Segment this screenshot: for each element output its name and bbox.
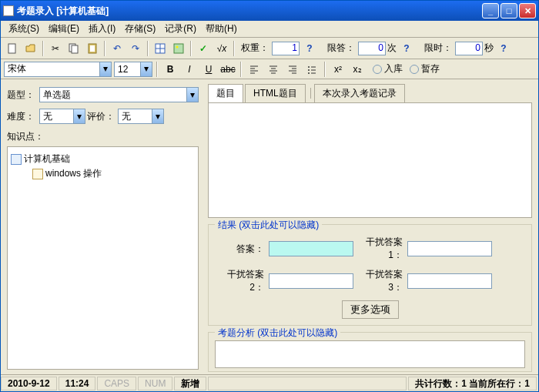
store-radio[interactable] (373, 65, 382, 74)
tab-bar: 题目 HTML题目 本次录入考题记录 (208, 84, 532, 102)
paste-icon[interactable] (84, 40, 101, 57)
separator (42, 41, 44, 56)
status-num: NUM (138, 377, 172, 390)
minimize-button[interactable]: _ (482, 3, 499, 18)
svg-rect-2 (72, 45, 78, 53)
redo-icon[interactable]: ↷ (127, 40, 144, 57)
image-icon[interactable] (170, 40, 187, 57)
menu-insert[interactable]: 插入(I) (84, 21, 120, 37)
menu-save[interactable]: 存储(S) (120, 21, 160, 37)
analysis-caption[interactable]: 考题分析 (双击此处可以隐藏) (215, 327, 340, 340)
tab-history[interactable]: 本次录入考题记录 (314, 84, 405, 102)
menu-help[interactable]: 帮助(H) (201, 21, 242, 37)
help-time-icon[interactable]: ? (495, 40, 512, 57)
align-center-icon[interactable] (265, 61, 282, 78)
svg-rect-0 (8, 44, 15, 53)
maximize-button[interactable]: □ (500, 3, 517, 18)
app-window: 考题录入 [计算机基础] _ □ ✕ 系统(S) 编辑(E) 插入(I) 存储(… (0, 0, 539, 392)
copy-icon[interactable] (65, 40, 82, 57)
cut-icon[interactable]: ✂ (47, 40, 64, 57)
right-panel: 题目 HTML题目 本次录入考题记录 结果 (双击此处可以隐藏) 答案： 干扰答… (205, 79, 538, 374)
close-button[interactable]: ✕ (519, 3, 536, 18)
difficulty-value: 无 (40, 109, 52, 123)
size-value: 12 (118, 64, 128, 75)
tree-child-label: windows 操作 (45, 167, 102, 180)
new-icon[interactable] (4, 40, 21, 57)
check-icon[interactable]: ✓ (195, 40, 212, 57)
status-bar: 2010-9-12 11:24 CAPS NUM 新增 共计行数：1 当前所在行… (1, 374, 538, 391)
bullet-icon[interactable] (303, 61, 320, 78)
tab-html[interactable]: HTML题目 (245, 84, 306, 102)
grid-icon[interactable] (152, 40, 169, 57)
temp-label: 暂存 (421, 62, 440, 75)
tab-question[interactable]: 题目 (208, 84, 243, 102)
title-bar: 考题录入 [计算机基础] _ □ ✕ (1, 1, 538, 21)
font-value: 宋体 (8, 62, 26, 75)
knowledge-label: 知识点： (7, 130, 199, 143)
chevron-down-icon: ▾ (186, 88, 198, 102)
type-combo[interactable]: 单选题▾ (39, 87, 199, 102)
align-right-icon[interactable] (284, 61, 301, 78)
chevron-down-icon: ▾ (73, 109, 85, 123)
app-icon (3, 5, 14, 16)
help-answer-icon[interactable]: ? (398, 40, 415, 57)
svg-rect-4 (90, 45, 95, 52)
status-caps: CAPS (97, 377, 136, 390)
underline-icon[interactable]: U (200, 61, 217, 78)
separator (310, 88, 311, 99)
more-options-button[interactable]: 更多选项 (342, 300, 399, 319)
rating-combo[interactable]: 无▾ (118, 109, 164, 124)
difficulty-label: 难度： (7, 110, 39, 123)
answer-label: 答案： (215, 243, 269, 256)
distract2-input[interactable] (269, 273, 353, 289)
svg-point-22 (308, 66, 310, 68)
superscript-icon[interactable]: x² (330, 61, 346, 78)
separator (104, 41, 105, 56)
distract1-input[interactable] (407, 241, 492, 256)
distract3-input[interactable] (407, 273, 492, 289)
menu-record[interactable]: 记录(R) (160, 21, 201, 37)
distract2-label: 干扰答案2： (215, 268, 269, 294)
help-weight-icon[interactable]: ? (301, 40, 318, 57)
analysis-group: 考题分析 (双击此处可以隐藏) (208, 332, 532, 372)
temp-radio[interactable] (410, 65, 419, 74)
analysis-editor[interactable] (215, 340, 525, 368)
knowledge-tree[interactable]: 计算机基础 windows 操作 (7, 146, 199, 370)
left-panel: 题型： 单选题▾ 难度： 无▾ 评价： 无▾ 知识点： 计算机基础 window… (1, 79, 205, 374)
menu-edit[interactable]: 编辑(E) (44, 21, 84, 37)
menu-system[interactable]: 系统(S) (4, 21, 44, 37)
limit-time-input[interactable]: 0 (455, 42, 483, 55)
distract1-label: 干扰答案1： (353, 236, 407, 262)
limit-answer-label: 限答： (327, 42, 355, 55)
window-title: 考题录入 [计算机基础] (17, 5, 480, 18)
question-editor[interactable] (208, 102, 532, 218)
limit-answer-input[interactable]: 0 (358, 42, 386, 55)
tree-child[interactable]: windows 操作 (11, 166, 195, 181)
difficulty-combo[interactable]: 无▾ (39, 109, 85, 124)
chevron-down-icon: ▾ (140, 62, 152, 76)
toolbar-main: ✂ ↶ ↷ ✓ √x 权重： 1 ? 限答： 0 次 ? 限时： 0 秒 ? (1, 38, 538, 59)
font-combo[interactable]: 宋体▾ (4, 62, 112, 77)
size-combo[interactable]: 12▾ (114, 62, 152, 77)
result-caption[interactable]: 结果 (双击此处可以隐藏) (215, 219, 322, 232)
type-value: 单选题 (40, 88, 71, 102)
separator (190, 41, 192, 56)
weight-label: 权重： (241, 42, 269, 55)
body-area: 题型： 单选题▾ 难度： 无▾ 评价： 无▾ 知识点： 计算机基础 window… (1, 79, 538, 374)
tree-root-label: 计算机基础 (24, 152, 70, 166)
answer-input[interactable] (269, 241, 353, 256)
status-mode: 新增 (174, 377, 206, 390)
tree-root[interactable]: 计算机基础 (11, 152, 195, 166)
undo-icon[interactable]: ↶ (109, 40, 126, 57)
italic-icon[interactable]: I (181, 61, 198, 78)
strike-icon[interactable]: abc (219, 61, 236, 78)
open-icon[interactable] (22, 40, 39, 57)
chevron-down-icon: ▾ (99, 62, 111, 76)
weight-input[interactable]: 1 (272, 42, 300, 55)
align-left-icon[interactable] (246, 61, 263, 78)
bold-icon[interactable]: B (162, 61, 179, 78)
status-rows: 共计行数：1 当前所在行：1 (408, 377, 537, 390)
formula-icon[interactable]: √x (213, 40, 230, 57)
subscript-icon[interactable]: x₂ (349, 61, 366, 78)
book-icon (11, 154, 22, 165)
